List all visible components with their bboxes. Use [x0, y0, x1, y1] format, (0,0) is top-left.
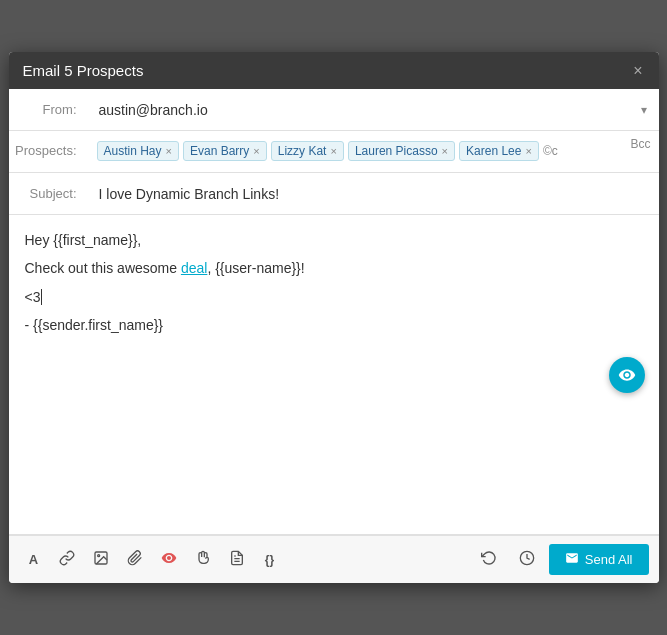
tag-remove-evan[interactable]: ×	[253, 146, 259, 157]
schedule-button[interactable]	[511, 545, 543, 575]
from-value: austin@branch.io	[89, 94, 641, 126]
from-row: From: austin@branch.io ▾	[9, 89, 659, 131]
attachment-button[interactable]	[119, 545, 151, 575]
cursor	[41, 289, 46, 305]
image-icon	[93, 550, 109, 569]
link-icon	[59, 550, 75, 569]
hand-icon	[195, 550, 211, 569]
prospects-label: Prospects:	[9, 137, 89, 158]
tag-remove-karen[interactable]: ×	[525, 146, 531, 157]
tag-evan-barry[interactable]: Evan Barry ×	[183, 141, 267, 161]
clock-icon	[519, 550, 535, 569]
eye-icon	[618, 366, 636, 384]
tag-lizzy-kat[interactable]: Lizzy Kat ×	[271, 141, 344, 161]
svg-point-1	[97, 555, 99, 557]
undo-icon	[481, 550, 497, 569]
email-body[interactable]: Hey {{first_name}}, Check out this aweso…	[9, 215, 659, 535]
modal-title: Email 5 Prospects	[23, 62, 144, 79]
send-icon	[565, 551, 579, 568]
tag-austin-hay[interactable]: Austin Hay ×	[97, 141, 179, 161]
tag-lauren-picasso[interactable]: Lauren Picasso ×	[348, 141, 455, 161]
subject-label: Subject:	[9, 186, 89, 201]
tag-label: Austin Hay	[104, 144, 162, 158]
body-line-4: - {{sender.first_name}}	[25, 314, 643, 336]
send-label: Send All	[585, 552, 633, 567]
from-dropdown-arrow[interactable]: ▾	[641, 103, 659, 117]
font-icon: A	[29, 552, 38, 567]
doc-button[interactable]	[221, 545, 253, 575]
font-button[interactable]: A	[19, 545, 49, 575]
doc-icon	[229, 550, 245, 569]
tag-label: Lauren Picasso	[355, 144, 438, 158]
body-line-1: Hey {{first_name}},	[25, 229, 643, 251]
tag-karen-lee[interactable]: Karen Lee ×	[459, 141, 539, 161]
code-button[interactable]: {}	[255, 545, 285, 575]
close-button[interactable]: ×	[631, 63, 644, 79]
toolbar-right: Send All	[473, 544, 649, 575]
undo-button[interactable]	[473, 545, 505, 575]
body-line-2: Check out this awesome deal, {{user-name…	[25, 257, 643, 279]
send-all-button[interactable]: Send All	[549, 544, 649, 575]
preview-bubble[interactable]	[609, 357, 645, 393]
body-link-deal[interactable]: deal	[181, 260, 207, 276]
code-icon: {}	[265, 553, 274, 567]
image-button[interactable]	[85, 545, 117, 575]
hand-button[interactable]	[187, 545, 219, 575]
overflow-indicator: ©c	[543, 144, 558, 158]
tag-label: Evan Barry	[190, 144, 249, 158]
prospects-tags-container: Austin Hay × Evan Barry × Lizzy Kat × La…	[89, 137, 623, 165]
prospects-row: Prospects: Austin Hay × Evan Barry × Liz…	[9, 131, 659, 173]
email-modal: Email 5 Prospects × From: austin@branch.…	[9, 52, 659, 583]
subject-value[interactable]: I love Dynamic Branch Links!	[89, 178, 659, 210]
tag-remove-lizzy[interactable]: ×	[330, 146, 336, 157]
paperclip-icon	[127, 550, 143, 569]
body-line-3: <3	[25, 286, 643, 308]
toolbar: A	[9, 535, 659, 583]
subject-row: Subject: I love Dynamic Branch Links!	[9, 173, 659, 215]
tag-label: Karen Lee	[466, 144, 521, 158]
eye-toolbar-icon	[161, 550, 177, 569]
tag-remove-austin[interactable]: ×	[166, 146, 172, 157]
from-label: From:	[9, 102, 89, 117]
eye-button[interactable]	[153, 545, 185, 575]
modal-header: Email 5 Prospects ×	[9, 52, 659, 89]
link-button[interactable]	[51, 545, 83, 575]
bcc-button[interactable]: Bcc	[622, 137, 658, 151]
tag-label: Lizzy Kat	[278, 144, 327, 158]
tag-remove-lauren[interactable]: ×	[442, 146, 448, 157]
